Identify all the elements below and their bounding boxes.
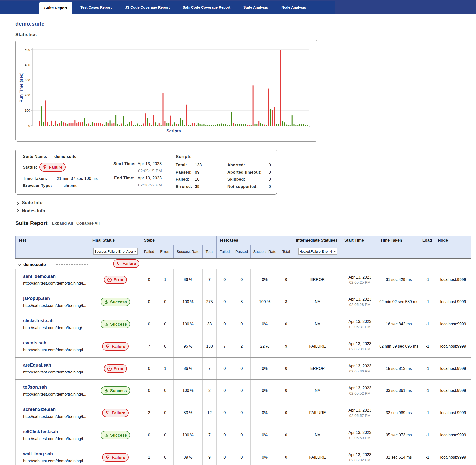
svg-text:0: 0 — [28, 124, 30, 128]
svg-text:500: 500 — [25, 48, 30, 52]
svg-text:400: 400 — [25, 63, 30, 67]
svg-text:100: 100 — [25, 109, 30, 112]
svg-text:200: 200 — [25, 93, 30, 97]
svg-text:300: 300 — [25, 78, 30, 82]
svg-text:Run Time (sec): Run Time (sec) — [19, 72, 24, 103]
svg-text:Scripts: Scripts — [166, 129, 181, 133]
